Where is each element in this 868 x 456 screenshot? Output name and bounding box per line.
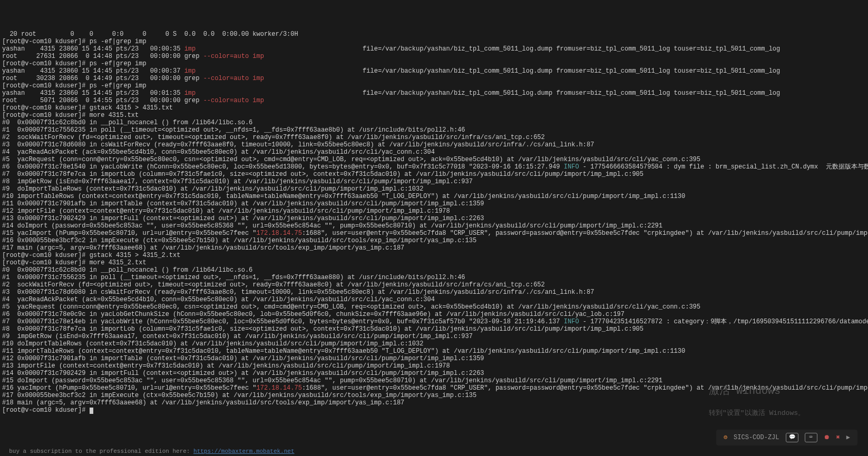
stack-frame: #13 0x00007f31c7902429 in importFull (co… [2, 215, 484, 222]
shell-prompt: [root@v-com10 kduser]# [2, 82, 90, 90]
cmd-gstack: gstack 4315 > 4315_2.txt [90, 252, 181, 259]
stack-frame: #3 0x00007f31c78d6080 in csWaitForRecv (… [2, 289, 594, 296]
shell-prompt: [root@v-com10 kduser]# [2, 252, 90, 259]
stack-frame: #14 doImport (password=0x55bee5c853ac ""… [2, 222, 662, 230]
cmd-more: more 4315_2.txt [90, 259, 147, 266]
stack-frame: #17 0x000055bee3bcf3c2 in impExecute (ct… [2, 392, 476, 399]
stack-frame: #6 0x00007f31c78e0c9c in yacLobGetChunkS… [2, 311, 625, 318]
stack-frame: #8 0x00007f31c78fe7ca in importLob (colu… [2, 325, 643, 333]
stack-frame: #0 0x00007f31c62c8bd0 in __poll_nocancel… [2, 266, 252, 274]
stack-frame: #2 sockWaitForRecv (fd=<optimized out>, … [2, 281, 545, 289]
stack-frame: #12 importFile (context=context@entry=0x… [2, 207, 450, 215]
stack-frame: #10 importTableRows (context=context@ent… [2, 193, 685, 200]
chat-icon[interactable]: 💬 [786, 433, 798, 442]
stack-frame: #1 0x00007f31c7556235 in poll (__timeout… [2, 274, 465, 281]
stack-frame: #17 main (argc=5, argv=0x7fff63aaee68) a… [2, 244, 404, 252]
cmd-ps: ps -ef|grep imp [90, 60, 147, 67]
stack-frame: #16 yacImport (hPump=0x55bee5c80710, url… [2, 384, 868, 392]
stack-frame: #10 doImportTableRows (context=0x7f31c5d… [2, 340, 423, 348]
stack-frame: #16 0x000055bee3bcf3c2 in impExecute (ct… [2, 237, 476, 244]
record-icon[interactable]: ⏺ [824, 434, 830, 441]
stack-frame: #8 impGetRow (isEnd=0x7fff63aaea17, cont… [2, 178, 473, 185]
play-icon[interactable]: ▶ [846, 434, 850, 441]
stack-frame: #2 sockWaitForRecv (fd=<optimized out>, … [2, 134, 545, 141]
shell-prompt: [root@v-com10 kduser]# [2, 259, 90, 266]
stack-frame: #11 importTableRows (context=context@ent… [2, 348, 685, 355]
match-imp: imp [252, 53, 264, 60]
mobaxterm-link[interactable]: https://mobaxterm.mobatek.net [193, 448, 294, 454]
close-icon[interactable]: ✖ [836, 434, 840, 441]
stack-frame: #11 0x00007f31c7901afb in importTable (c… [2, 200, 484, 207]
terminal-output[interactable]: 20 root 0 0 0:0 0 0 S 0.0 0.0 0:00.00 kw… [2, 31, 866, 414]
mobaxterm-promo: buy a subscription to the professional e… [2, 440, 295, 455]
stack-frame: #14 0x00007f31c7902429 in importFull (co… [2, 370, 484, 377]
stack-frame: #4 yacReadAckPacket (ack=0x55bee5cd4b10,… [2, 296, 435, 303]
stack-frame: #5 yacRequest (conn=conn@entry=0x55bee5c… [2, 303, 700, 311]
shell-prompt: [root@v-com10 kduser]# [2, 407, 90, 414]
status-user: SICS-COD-ZJL [734, 434, 779, 441]
stack-frame: #15 doImport (password=0x55bee5c853ac ""… [2, 377, 662, 384]
stack-frame: #7 0x00007f31c78e14eb in yacLobWrite (hC… [2, 318, 868, 325]
stack-frame: #13 importFile (context=context@entry=0x… [2, 362, 450, 370]
stack-frame: #4 yacReadAckPacket (ack=0x55bee5cd4b10,… [2, 148, 435, 156]
stack-frame: #6 0x00007f31c78e1540 in yacLobWrite (hC… [2, 163, 868, 171]
cmd-ps: ps -ef|grep imp [90, 38, 147, 45]
cmd-more: more 4315.txt [90, 112, 139, 119]
match-imp: imp [184, 45, 196, 53]
match-imp: imp [184, 67, 196, 75]
match-imp: imp [252, 97, 264, 104]
cmd-gstack: gstack 4315 > 4315.txt [90, 104, 173, 112]
shell-prompt: [root@v-com10 kduser]# [2, 104, 90, 112]
stack-frame: #0 0x00007f31c62c8bd0 in __poll_nocancel… [2, 119, 252, 126]
status-bar: ⚙ SICS-COD-ZJL 💬 ⌨ ⏺ ✖ ▶ [716, 430, 857, 445]
match-imp: imp [252, 75, 264, 82]
cmd-ps: ps -ef|grep imp [90, 82, 147, 90]
stack-frame: #5 yacRequest (conn=conn@entry=0x55bee5c… [2, 156, 700, 163]
stack-frame: #1 0x00007f31c7556235 in poll (__timeout… [2, 126, 465, 134]
stack-frame: #18 main (argc=5, argv=0x7fff63aaee68) a… [2, 399, 404, 407]
stack-frame: #9 impGetRow (isEnd=0x7fff63aaea17, cont… [2, 333, 473, 340]
match-imp: imp [184, 90, 196, 97]
shell-prompt: [root@v-com10 kduser]# [2, 38, 90, 45]
shell-prompt: [root@v-com10 kduser]# [2, 112, 90, 119]
keyboard-icon[interactable]: ⌨ [805, 433, 817, 442]
stack-frame: #7 0x00007f31c78fe7ca in importLob (colu… [2, 171, 643, 178]
stack-frame: #9 doImportTableRows (context=0x7f31c5da… [2, 185, 423, 193]
stack-frame: #12 0x00007f31c7901afb in importTable (c… [2, 355, 484, 362]
stack-frame: #3 0x00007f31c78d6080 in csWaitForRecv (… [2, 141, 594, 148]
cursor[interactable] [90, 408, 93, 414]
shell-prompt: [root@v-com10 kduser]# [2, 60, 90, 67]
stack-frame: #15 yacImport (hPump=0x55bee5c80710, url… [2, 230, 868, 237]
user-icon: ⚙ [724, 434, 727, 441]
